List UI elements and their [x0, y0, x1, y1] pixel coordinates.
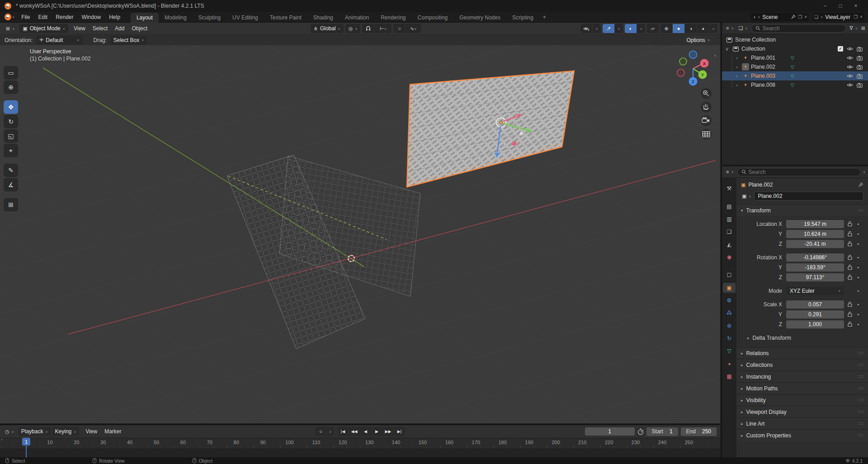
transform-panel-header[interactable]: ▾ Transform ∷∷: [736, 204, 868, 216]
tab-animation[interactable]: Animation: [339, 13, 375, 23]
lock-icon[interactable]: [846, 311, 854, 317]
play-button[interactable]: ▶: [372, 427, 382, 436]
pan-button[interactable]: [701, 102, 712, 112]
tab-modifiers[interactable]: ⚙: [723, 295, 736, 305]
tab-render[interactable]: ▤: [723, 202, 736, 211]
stopwatch-icon[interactable]: [637, 428, 644, 435]
disable-in-renders-icon[interactable]: [857, 83, 863, 88]
network-icon[interactable]: ⊕: [845, 458, 849, 464]
drag-handle-icon[interactable]: ∷∷: [858, 374, 863, 379]
tool-scale[interactable]: ◱: [4, 129, 18, 143]
jump-to-end-button[interactable]: ▶|: [394, 427, 405, 436]
jump-to-start-button[interactable]: |◀: [338, 427, 349, 436]
tool-rotate[interactable]: ↻: [4, 115, 18, 128]
collapsed-panel-header[interactable]: ▸ Instancing ∷∷: [736, 370, 868, 382]
lock-icon[interactable]: [846, 231, 854, 237]
frame-start-field[interactable]: Start1: [646, 427, 678, 436]
pin-icon[interactable]: [791, 14, 796, 19]
shading-material-button[interactable]: ◑: [685, 24, 697, 33]
animate-dot[interactable]: ●: [856, 313, 860, 316]
overlays-dropdown-arrow[interactable]: ∨: [637, 24, 645, 33]
collapsed-panel-header[interactable]: ▸ Viewport Display ∷∷: [736, 406, 868, 417]
location-value-field[interactable]: -20.41 m: [786, 240, 844, 248]
hide-in-viewport-icon[interactable]: [847, 74, 853, 78]
object-visibility-button[interactable]: [580, 24, 592, 33]
selected-plane[interactable]: [407, 71, 574, 187]
disclosure-icon[interactable]: ›: [734, 55, 740, 61]
disable-in-renders-icon[interactable]: [857, 47, 863, 52]
topbar-menu-item[interactable]: Render: [52, 13, 77, 22]
add-workspace-button[interactable]: +: [539, 13, 550, 21]
scale-value-field[interactable]: 0.291: [786, 310, 844, 319]
falloff-selector[interactable]: ∿∨: [406, 24, 421, 33]
scene-selector[interactable]: ◑ ∨ Scene ❐ ×: [751, 13, 809, 21]
timeline-collapse-arrow[interactable]: ›: [1, 437, 2, 442]
tab-object[interactable]: ▣: [723, 283, 736, 293]
outliner-item-plane-003[interactable]: › ▼ Plane.003 ▽: [722, 71, 868, 80]
remove-viewlayer-button[interactable]: ×: [860, 14, 863, 19]
tab-uv-editing[interactable]: UV Editing: [226, 13, 264, 23]
outliner-search-input[interactable]: [763, 25, 842, 32]
frame-end-field[interactable]: End250: [681, 427, 717, 436]
viewlayer-selector[interactable]: ❏ ∨ ViewLayer ❐ ×: [812, 13, 864, 21]
camera-view-button[interactable]: [701, 115, 712, 126]
tab-material[interactable]: ◕: [723, 359, 736, 369]
show-gizmo-toggle[interactable]: ↗: [603, 24, 614, 33]
outliner-item-plane-001[interactable]: › ▼ Plane.001 ▽: [722, 53, 868, 62]
rotation-value-field[interactable]: -183.59°: [786, 263, 844, 272]
location-value-field[interactable]: 19.547 m: [786, 220, 844, 228]
remove-scene-button[interactable]: ×: [804, 14, 807, 19]
play-reverse-button[interactable]: ◀: [360, 427, 371, 436]
tab-particles[interactable]: ⁂: [723, 308, 736, 318]
shading-solid-button[interactable]: ●: [673, 24, 684, 33]
next-keyframe-button[interactable]: ▶▶: [383, 427, 394, 436]
viewport-menu-item[interactable]: Add: [111, 24, 128, 33]
zoom-button[interactable]: [701, 88, 712, 99]
tab-compositing[interactable]: Compositing: [412, 13, 454, 23]
gizmo-dropdown-arrow[interactable]: ∨: [615, 24, 623, 33]
tab-collection[interactable]: ☐: [723, 270, 736, 280]
minimize-button[interactable]: −: [817, 0, 833, 11]
editor-type-button[interactable]: ⊞∨: [3, 24, 18, 33]
rotation-value-field[interactable]: 97.113°: [786, 273, 844, 281]
collapsed-panel-header[interactable]: ▸ Motion Paths ∷∷: [736, 382, 868, 394]
outliner-filter-type-button[interactable]: ❏∨: [737, 24, 749, 33]
collapsed-panel-header[interactable]: ▸ Custom Properties ∷∷: [736, 429, 868, 441]
playhead-frame-label[interactable]: 1: [22, 438, 30, 445]
snap-toggle[interactable]: [362, 24, 374, 33]
drag-handle-icon[interactable]: ∷∷: [858, 433, 863, 438]
timeline-dropdown-menu[interactable]: Playback∨: [18, 427, 51, 436]
drag-handle-icon[interactable]: ∷∷: [858, 409, 863, 414]
lock-icon[interactable]: [846, 221, 854, 227]
hide-in-viewport-icon[interactable]: [847, 65, 853, 69]
current-frame-field[interactable]: 1: [585, 427, 635, 436]
mode-selector[interactable]: ▣Object Mode∨: [19, 24, 68, 33]
lock-icon[interactable]: [846, 274, 854, 280]
drag-handle-icon[interactable]: ∷∷: [858, 386, 863, 391]
shading-rendered-button[interactable]: ◕: [697, 24, 709, 33]
lock-icon[interactable]: [846, 301, 854, 307]
drag-dropdown[interactable]: Select Box∨: [110, 36, 147, 45]
nav-axis-z-neg[interactable]: [689, 51, 697, 59]
object-name-field[interactable]: [754, 192, 863, 201]
expand-icon[interactable]: ∨: [724, 46, 730, 52]
tool-transform[interactable]: ⌖: [4, 144, 18, 157]
scale-value-field[interactable]: 0.057: [786, 300, 844, 309]
tool-cursor[interactable]: ⊕: [4, 80, 18, 94]
playhead[interactable]: 1: [22, 438, 30, 445]
proportional-editing-toggle[interactable]: ○: [393, 24, 405, 33]
timeline-dropdown-menu[interactable]: Keying∨: [52, 427, 80, 436]
outliner-item-scene-collection[interactable]: Scene Collection: [722, 35, 868, 44]
delta-transform-subpanel[interactable]: ▸ Delta Transform: [736, 333, 868, 343]
rotation-mode-dropdown[interactable]: XYZ Euler∨: [786, 287, 844, 295]
tool-annotate[interactable]: ✎: [4, 164, 18, 177]
tool-measure[interactable]: ∡: [4, 178, 18, 192]
properties-search-input[interactable]: [749, 169, 857, 175]
topbar-menu-item[interactable]: Window: [78, 13, 105, 22]
tab-shading[interactable]: Shading: [307, 13, 339, 23]
animate-dot[interactable]: ●: [856, 276, 860, 279]
prev-keyframe-button[interactable]: ◀◀: [349, 427, 360, 436]
snap-to-selector[interactable]: ⊢∨: [374, 24, 392, 33]
outliner-item-collection[interactable]: ∨ Collection ✓: [722, 44, 868, 53]
hide-in-viewport-icon[interactable]: [847, 83, 853, 87]
